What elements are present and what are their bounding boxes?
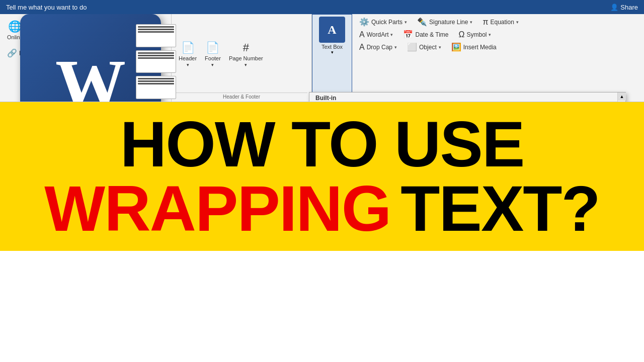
share-button[interactable]: 👤 Share — [610, 4, 638, 11]
word-logo: W — [20, 14, 166, 102]
header-caret: ▾ — [187, 62, 189, 67]
wordart-caret: ▾ — [390, 32, 393, 37]
header-button[interactable]: 📄 Header ▾ — [176, 39, 200, 69]
title-line1: HOW TO USE — [120, 112, 524, 176]
textbox-group: A Text Box ▾ — [312, 14, 352, 102]
person-icon: 👤 — [610, 4, 618, 11]
date-time-icon: 📅 — [403, 30, 413, 39]
ribbon-right-group: ⚙️ Quick Parts ▾ ✒️ Signature Line ▾ π E… — [352, 14, 644, 102]
insert-media-button[interactable]: 🖼️ Insert Media — [448, 41, 500, 53]
footer-caret: ▾ — [211, 62, 214, 67]
textbox-label: Text Box — [321, 44, 343, 50]
page-number-caret: ▾ — [245, 62, 247, 67]
quick-parts-button[interactable]: ⚙️ Quick Parts ▾ — [356, 16, 410, 28]
object-button[interactable]: ⬜ Object ▾ — [404, 41, 444, 53]
signature-line-icon: ✒️ — [417, 17, 427, 27]
footer-button[interactable]: 📄 Footer ▾ — [202, 39, 224, 69]
scroll-up-button[interactable]: ▲ — [618, 93, 626, 101]
header-footer-group-label: Header & Footer — [176, 93, 307, 100]
textbox-caret: ▾ — [331, 50, 334, 55]
symbol-button[interactable]: Ω Symbol ▾ — [456, 29, 495, 40]
equation-button[interactable]: π Equation ▾ — [479, 17, 521, 28]
textbox-button[interactable]: A — [319, 17, 345, 43]
title-line2-red: WRAPPING — [44, 176, 390, 241]
drop-cap-icon: A — [359, 43, 365, 52]
quick-parts-icon: ⚙️ — [359, 17, 369, 27]
dropdown-header: Built-in — [309, 93, 625, 102]
insert-media-icon: 🖼️ — [451, 42, 461, 52]
wordart-icon: A — [359, 30, 365, 39]
object-icon: ⬜ — [407, 42, 417, 52]
bottom-section: HOW TO USE WRAPPING TEXT? — [0, 102, 644, 251]
equation-caret: ▾ — [516, 20, 519, 25]
page-number-icon: # — [243, 41, 249, 54]
symbol-icon: Ω — [459, 30, 465, 39]
link-icon: 🔗 — [7, 48, 17, 58]
page-number-button[interactable]: # Page Number ▾ — [226, 39, 266, 69]
drop-cap-button[interactable]: A Drop Cap ▾ — [356, 42, 400, 53]
date-time-button[interactable]: 📅 Date & Time — [400, 29, 451, 40]
wordart-button[interactable]: A WordArt ▾ — [356, 29, 396, 40]
signature-line-button[interactable]: ✒️ Signature Line ▾ — [414, 16, 475, 28]
header-footer-group: 📄 Header ▾ 📄 Footer ▾ # Page Number ▾ He… — [171, 14, 312, 102]
object-caret: ▾ — [439, 45, 441, 50]
signature-line-caret: ▾ — [470, 20, 472, 25]
textbox-dropdown: Built-in — [309, 92, 626, 102]
drop-cap-caret: ▾ — [394, 45, 397, 50]
textbox-icon: A — [328, 23, 336, 37]
ribbon: W — [0, 14, 644, 102]
footer-icon: 📄 — [206, 41, 219, 54]
quick-parts-caret: ▾ — [405, 20, 407, 25]
equation-icon: π — [482, 18, 488, 27]
tell-me-input[interactable]: Tell me what you want to do — [6, 4, 87, 11]
title-line2: WRAPPING TEXT? — [44, 176, 599, 241]
header-icon: 📄 — [181, 41, 195, 54]
top-bar: Tell me what you want to do 👤 Share — [0, 0, 644, 14]
title-line2-black: TEXT? — [400, 176, 599, 241]
symbol-caret: ▾ — [489, 32, 491, 37]
dropdown-scrollbar[interactable]: ▲ — [617, 93, 625, 102]
